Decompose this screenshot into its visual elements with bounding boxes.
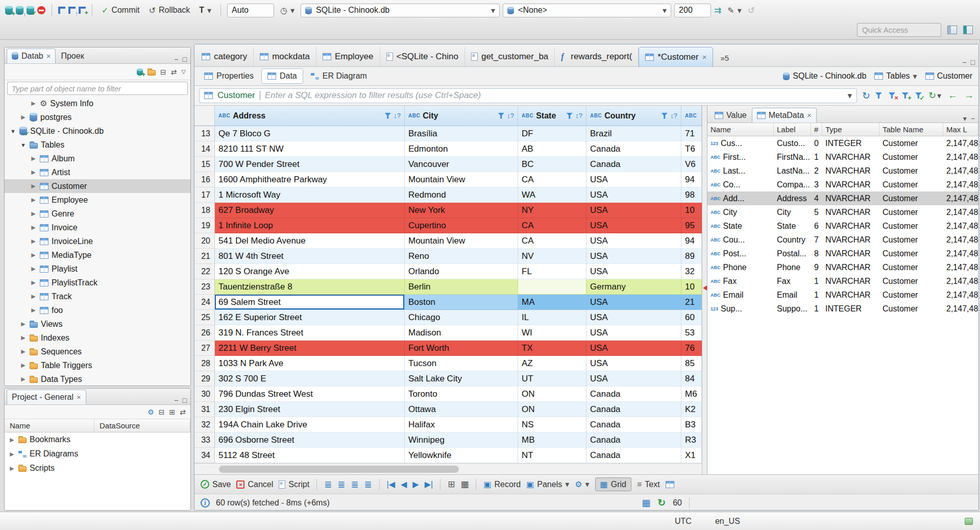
cell-city[interactable]: New York (405, 203, 518, 218)
cell-address[interactable]: 1 Microsoft Way (215, 187, 405, 203)
cell-address[interactable]: 8210 111 ST NW (215, 141, 405, 157)
cell-state[interactable] (518, 279, 586, 295)
cell-state[interactable]: CA (518, 172, 586, 187)
cell-state[interactable]: CA (518, 218, 586, 233)
row-number[interactable]: 30 (194, 387, 215, 402)
row-marker-icon[interactable] (703, 285, 707, 291)
metadata-cell-ordinal[interactable]: 6 (811, 219, 822, 233)
table-row[interactable]: 281033 N Park AveTucsonAZUSA85 (194, 356, 702, 371)
maximize-icon[interactable] (183, 396, 187, 404)
metadata-row[interactable]: ABCCo...Compa...3NVARCHARCustomer2,147,4… (707, 178, 978, 191)
metadata-cell-table[interactable]: Customer (879, 260, 943, 274)
metadata-cell-type[interactable]: NVARCHAR (822, 274, 879, 288)
sort-icon[interactable] (575, 112, 582, 119)
view-menu-icon[interactable] (182, 68, 186, 75)
tree-item-track[interactable]: ▶Track (5, 290, 190, 303)
cell-city[interactable]: Reno (405, 249, 518, 264)
project-item-scripts[interactable]: ▶Scripts (5, 461, 190, 475)
link-with-editor-icon[interactable] (171, 68, 177, 76)
cell-address[interactable]: 120 S Orange Ave (215, 264, 405, 279)
connection-wizard-icon[interactable] (16, 6, 23, 15)
metadata-cell-ordinal[interactable]: 4 (811, 191, 822, 205)
tree-expander-icon[interactable]: ▶ (30, 279, 37, 286)
filter-funnel-icon[interactable] (498, 113, 504, 119)
tree-item-postgres[interactable]: ▶postgres (5, 110, 190, 124)
tab-database-navigator[interactable]: Datab (7, 49, 56, 63)
row-number[interactable]: 22 (194, 264, 215, 279)
close-icon[interactable] (807, 111, 812, 119)
cell-city[interactable]: Winnipeg (405, 432, 518, 448)
row-number[interactable]: 25 (194, 310, 215, 325)
tree-item-system-info[interactable]: ▶System Info (5, 97, 190, 110)
metadata-cell-table[interactable]: Customer (879, 178, 943, 191)
metadata-cell-name[interactable]: ABCCou... (707, 233, 774, 247)
table-row[interactable]: 30796 Dundas Street WestTorontoONCanadaM… (194, 387, 702, 402)
collapse-all-icon[interactable] (159, 408, 165, 416)
table-row[interactable]: 20541 Del Medio AvenueMountain ViewCAUSA… (194, 233, 702, 249)
new-folder-icon[interactable] (148, 70, 156, 76)
metadata-cell-label[interactable]: Postal... (774, 247, 811, 260)
tree-expander-icon[interactable]: ▶ (30, 155, 37, 162)
tree-expander-icon[interactable]: ▼ (20, 142, 27, 148)
cell-address[interactable]: 5112 48 Street (215, 448, 405, 463)
metadata-cell-table[interactable]: Customer (879, 288, 943, 302)
cell-address[interactable]: 1 Infinite Loop (215, 218, 405, 233)
row-number[interactable]: 29 (194, 371, 215, 387)
sql-editor-recent-icon[interactable] (68, 7, 76, 14)
object-filter-input[interactable]: Type part of object name to filter (7, 82, 188, 95)
cell-city[interactable]: Edmonton (405, 141, 518, 157)
metadata-cell-name[interactable]: ABCState (707, 219, 774, 233)
tree-expander-icon[interactable]: ▶ (30, 197, 37, 203)
table-row[interactable]: 345112 48 StreetYellowknifeNTCanadaX1 (194, 448, 702, 463)
nav-back-icon[interactable] (748, 5, 755, 16)
horizontal-scrollbar[interactable] (194, 463, 702, 474)
metadata-cell-maxlength[interactable]: 2,147,483 (943, 191, 978, 205)
table-row[interactable]: 15700 W Pender StreetVancouverBCCanadaV6 (194, 157, 702, 172)
metadata-cell-maxlength[interactable]: 2,147,483 (943, 219, 978, 233)
cell-state[interactable]: FL (518, 264, 586, 279)
row-number[interactable]: 20 (194, 233, 215, 249)
tree-item-views[interactable]: ▶Views (5, 317, 190, 331)
refresh-menu-button[interactable] (928, 90, 941, 101)
auto-refresh-icon[interactable] (657, 497, 666, 509)
metadata-cell-table[interactable]: Customer (879, 219, 943, 233)
cell-city[interactable]: Madison (405, 325, 518, 341)
metadata-cell-type[interactable]: NVARCHAR (822, 150, 879, 164)
transaction-mode-button[interactable]: T (196, 4, 214, 17)
cell-state[interactable]: NS (518, 417, 586, 432)
metadata-cell-label[interactable]: Compa... (774, 178, 811, 191)
table-row[interactable]: 13Qe 7 Bloco GBrasíliaDFBrazil71 (194, 126, 702, 141)
context-datasource[interactable]: SQLite - Chinook.db (783, 71, 866, 81)
tab-metadata[interactable]: MetaData (752, 108, 817, 123)
column-header-city[interactable]: ABCCity (405, 106, 518, 126)
column-header-name[interactable]: Name (5, 419, 94, 432)
metadata-cell-table[interactable]: Customer (879, 233, 943, 247)
metadata-cell-label[interactable]: Phone (774, 260, 811, 274)
text-view-toggle[interactable]: Text (637, 480, 660, 489)
metadata-row[interactable]: ABCAdd...Address4NVARCHARCustomer2,147,4… (707, 191, 978, 205)
metadata-cell-type[interactable]: NVARCHAR (822, 219, 879, 233)
cell-state[interactable]: WI (518, 325, 586, 341)
metadata-row[interactable]: ABCPost...Postal...8NVARCHARCustomer2,14… (707, 247, 978, 260)
metadata-cell-type[interactable]: NVARCHAR (822, 191, 879, 205)
metadata-row[interactable]: ABCLast...LastNa...2NVARCHARCustomer2,14… (707, 164, 978, 178)
tree-expander-icon[interactable]: ▶ (30, 238, 37, 245)
panel-menu-icon[interactable] (963, 114, 967, 123)
row-number[interactable]: 24 (194, 295, 215, 310)
first-row-icon[interactable] (387, 479, 395, 489)
cell-address[interactable]: 162 E Superior Street (215, 310, 405, 325)
metadata-cell-ordinal[interactable]: 1 (811, 150, 822, 164)
metadata-cell-name[interactable]: 123Cus... (707, 136, 774, 150)
cell-city[interactable]: Tucson (405, 356, 518, 371)
cell-address[interactable]: 700 W Pender Street (215, 157, 405, 172)
metadata-cell-label[interactable]: Fax (774, 274, 811, 288)
tree-item-customer[interactable]: ▶Customer (5, 179, 190, 193)
close-icon[interactable] (702, 53, 707, 61)
schema-combo[interactable]: <None> (503, 4, 671, 17)
row-number[interactable]: 26 (194, 325, 215, 341)
record-button[interactable]: Record (483, 479, 521, 489)
editor-tab-customer[interactable]: *Customer (639, 47, 713, 66)
maximize-icon[interactable] (971, 58, 975, 66)
tree-expander-icon[interactable]: ▶ (20, 362, 27, 369)
cell-country[interactable]: USA (586, 310, 681, 325)
